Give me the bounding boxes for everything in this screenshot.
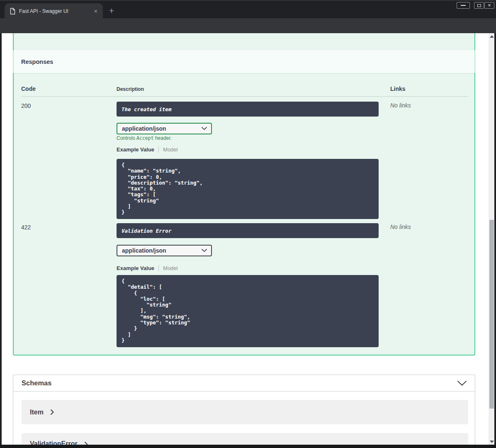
scrollbar-down-icon[interactable] xyxy=(490,441,494,443)
column-header-links: Links xyxy=(390,85,406,92)
column-header-description: Description xyxy=(117,86,144,92)
chevron-right-icon xyxy=(51,409,54,415)
tab-separator xyxy=(158,146,159,153)
example-json-200: { "name": "string", "price": 0, "descrip… xyxy=(117,159,379,219)
schemas-header[interactable]: Schemas xyxy=(13,375,475,392)
browser-window: Fast API - Swagger UI × + × xyxy=(0,0,496,448)
column-header-code: Code xyxy=(21,85,36,92)
schema-model-item[interactable]: Item xyxy=(22,400,468,424)
schemas-title: Schemas xyxy=(22,379,51,387)
accept-header-note: Controls Accept header. xyxy=(117,135,172,141)
response-description-200: The created item xyxy=(117,102,379,117)
model-name: Item xyxy=(30,409,44,416)
scrollbar-thumb[interactable] xyxy=(489,220,494,409)
tab-title: Fast API - Swagger UI xyxy=(19,8,85,14)
window-close-button[interactable]: × xyxy=(484,2,494,9)
tab-close-icon[interactable]: × xyxy=(92,7,100,15)
media-type-value: application/json xyxy=(122,247,166,254)
accept-note-code: Accept xyxy=(136,135,154,141)
window-minimize-button[interactable] xyxy=(457,2,470,9)
schemas-section: Schemas Item ValidationError xyxy=(13,375,475,448)
example-model-tabs-200: Example Value Model xyxy=(117,146,177,153)
tab-example-value[interactable]: Example Value xyxy=(117,265,154,271)
window-border-left xyxy=(0,33,2,448)
window-border-right xyxy=(494,33,496,448)
document-favicon-icon xyxy=(10,8,15,15)
scrollbar-up-icon[interactable] xyxy=(490,35,494,38)
window-maximize-button[interactable] xyxy=(474,2,484,9)
tab-model[interactable]: Model xyxy=(163,265,177,271)
media-type-select-200[interactable]: application/json xyxy=(117,123,212,134)
window-border-bottom xyxy=(0,445,496,448)
response-code-200: 200 xyxy=(21,102,31,109)
example-model-tabs-422: Example Value Model xyxy=(117,265,177,271)
response-links-200: No links xyxy=(390,102,411,109)
chevron-down-icon xyxy=(202,249,207,252)
tab-strip: Fast API - Swagger UI × + × xyxy=(0,0,496,18)
window-close-icon: × xyxy=(488,2,491,8)
responses-section-header: Responses xyxy=(13,50,475,73)
media-type-select-422[interactable]: application/json xyxy=(117,245,212,256)
response-links-422: No links xyxy=(390,224,411,230)
chevron-down-icon xyxy=(202,127,207,130)
example-json-422: { "detail": [ { "loc": [ "string" ], "ms… xyxy=(117,275,379,347)
response-description-422: Validation Error xyxy=(117,223,379,238)
new-tab-button[interactable]: + xyxy=(106,5,117,16)
minimize-icon xyxy=(461,5,466,6)
maximize-icon xyxy=(477,4,481,7)
media-type-value: application/json xyxy=(122,125,166,132)
tab-example-value[interactable]: Example Value xyxy=(117,146,154,153)
tab-separator xyxy=(158,265,159,271)
browser-toolbar: 127.0.0.1:8000/docs ☆ xyxy=(0,18,496,33)
accept-note-text: header. xyxy=(154,135,172,141)
responses-title: Responses xyxy=(21,58,53,65)
chevron-down-icon[interactable] xyxy=(457,381,467,386)
browser-tab[interactable]: Fast API - Swagger UI × xyxy=(5,3,103,19)
response-code-422: 422 xyxy=(21,224,31,231)
accept-note-text: Controls xyxy=(117,135,136,141)
tab-model[interactable]: Model xyxy=(163,146,177,153)
table-header-divider xyxy=(21,96,468,97)
